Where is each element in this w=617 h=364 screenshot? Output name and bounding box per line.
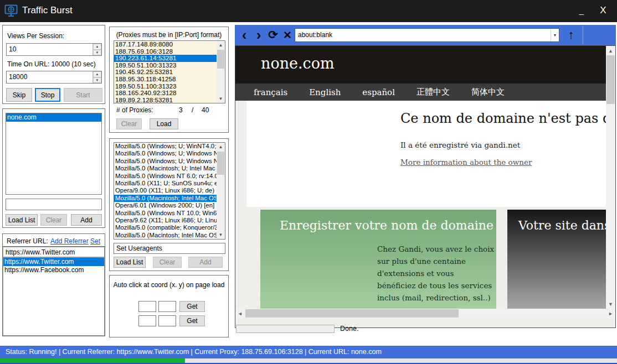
url-input[interactable]: [6, 199, 102, 210]
page-scroll-up-icon[interactable]: ▲: [606, 46, 615, 55]
go-icon[interactable]: ↑: [564, 27, 578, 43]
autoclick-x2-input[interactable]: [138, 315, 156, 326]
page-scroll-right-icon[interactable]: ►: [606, 309, 615, 318]
useragent-list-item[interactable]: Opera/9.00 (X11; Linux i686; U; de): [114, 187, 225, 194]
proxy-load-button[interactable]: Load: [150, 118, 178, 129]
autoclick-y1-input[interactable]: [158, 301, 176, 312]
start-button[interactable]: Start: [64, 88, 102, 102]
url-list[interactable]: none.com: [6, 113, 102, 195]
url-list-item[interactable]: none.com: [6, 113, 101, 122]
useragent-list-item[interactable]: Mozilla/5.0 (Macintosh; Intel Mac OS X: [114, 195, 225, 202]
useragent-list-item[interactable]: Mozilla/5.0 (Windows; U; Windows NT: [114, 150, 225, 157]
minimize-button[interactable]: _: [575, 3, 588, 18]
proxy-count-label: # of Proxies:: [116, 106, 153, 114]
useragent-list-item[interactable]: Mozilla/5.0 (Windows; U; Windows NT: [114, 158, 225, 165]
time-on-url-value: 18000: [9, 73, 27, 81]
proxy-list[interactable]: 187.17.148.89:8080188.75.69.106:3128190.…: [114, 40, 225, 103]
stop-button[interactable]: Stop: [35, 88, 60, 102]
proxy-list-item[interactable]: 189.50.51.100:31323: [114, 83, 225, 90]
page-scroll-left-icon[interactable]: ◄: [235, 309, 245, 318]
url-add-button[interactable]: Add: [71, 214, 102, 226]
browser-frame: none.com françaisEnglishespañol正體中文简体中文 …: [235, 45, 616, 328]
page-scroll-down-icon[interactable]: ▼: [606, 299, 615, 309]
referrer-list[interactable]: https://www.Twitter.comhttps://www.Faceb…: [3, 257, 105, 336]
views-spin-down-icon[interactable]: ▼: [93, 50, 101, 56]
useragent-list-item[interactable]: Mozilla/5.0 (Macintosh; Intel Mac OS X: [114, 232, 225, 239]
session-progress-fill: [0, 358, 185, 363]
url-clear-button[interactable]: Clear: [40, 214, 67, 226]
language-link[interactable]: español: [362, 87, 395, 97]
close-button[interactable]: X: [596, 3, 610, 18]
useragent-list-item[interactable]: Opera/9.62 (X11; Linux i686; U; Linux: [114, 217, 225, 224]
nav-divider: [583, 26, 583, 44]
proxy-scroll-up-icon[interactable]: ▲: [217, 41, 225, 49]
proxy-list-item[interactable]: 189.89.2.128:53281: [114, 97, 225, 103]
autoclick-x1-input[interactable]: [138, 301, 156, 312]
proxy-clear-button[interactable]: Clear: [116, 118, 142, 129]
stop-icon[interactable]: ✕: [280, 27, 295, 43]
useragent-list-item[interactable]: Mozilla/5.0 (Macintosh; U; Intel Mac O: [114, 165, 225, 172]
useragent-add-button[interactable]: Add: [188, 257, 223, 268]
language-link[interactable]: 简体中文: [471, 87, 505, 97]
page-horizontal-scrollbar[interactable]: ◄ ►: [235, 309, 615, 318]
useragent-list-item[interactable]: Mozilla/5.0 (X11; U; SunOS sun4u; en: [114, 180, 225, 187]
views-per-session-value: 10: [9, 45, 16, 53]
domain-promo-box: Enregistrer votre nom de domaine Chez Ga…: [260, 210, 496, 309]
language-link[interactable]: 正體中文: [417, 87, 450, 97]
useragent-clear-button[interactable]: Clear: [153, 257, 182, 268]
set-referrer-link[interactable]: Set: [90, 237, 100, 245]
proxy-list-item[interactable]: 187.17.148.89:8080: [114, 41, 225, 48]
referrer-list-item[interactable]: https://www.Facebook.com: [3, 266, 104, 274]
useragent-list-item[interactable]: Mozilla/5.0 (compatible; Konqueror/3.1: [114, 224, 225, 231]
back-icon[interactable]: ‹: [237, 27, 251, 43]
refresh-icon[interactable]: ⟳: [266, 27, 280, 43]
useragent-input[interactable]: [114, 243, 225, 254]
views-spin-up-icon[interactable]: ▲: [93, 44, 101, 50]
owner-info-link[interactable]: More information about the owner: [400, 158, 532, 167]
page-vertical-scrollbar[interactable]: ▲ ▼: [606, 46, 615, 309]
time-spin-down-icon[interactable]: ▼: [93, 77, 101, 84]
proxy-list-item[interactable]: 188.165.240.92:3128: [114, 90, 225, 97]
useragent-scroll-down-icon[interactable]: ▼: [217, 231, 225, 239]
referrer-list-item[interactable]: https://www.Twitter.com: [3, 258, 104, 266]
useragent-scroll-thumb[interactable]: [217, 152, 224, 175]
proxy-list-item[interactable]: 190.223.61.14:53281: [114, 55, 225, 62]
proxy-list-item[interactable]: 189.50.51.100:31323: [114, 62, 225, 69]
useragent-list-item[interactable]: Mozilla/5.0 (Windows NT 10.0; Win64: [114, 210, 225, 217]
proxy-scroll-thumb[interactable]: [217, 50, 224, 69]
main-area: Views Per Session: 10 ▲ ▼ Time On URL: 1…: [0, 22, 617, 346]
proxy-scroll-down-icon[interactable]: ▼: [217, 95, 225, 103]
page-scroll-thumb[interactable]: [606, 55, 615, 104]
page-content-section: Ce nom de domaine n'est pas dis Il a été…: [246, 101, 606, 207]
useragent-load-list-button[interactable]: Load List: [114, 257, 146, 268]
url-address-box[interactable]: about:blank ▼: [295, 28, 559, 42]
language-link[interactable]: français: [254, 87, 287, 97]
views-per-session-input[interactable]: 10 ▲ ▼: [6, 43, 102, 56]
language-link[interactable]: English: [309, 87, 341, 97]
useragent-list-item[interactable]: Mozilla/5.0 (Windows NT 6.0; rv:14.0): [114, 173, 225, 180]
skip-button[interactable]: Skip: [6, 88, 32, 102]
proxy-list-item[interactable]: 188.75.69.106:3128: [114, 48, 225, 55]
page-heading: Ce nom de domaine n'est pas dis: [400, 111, 615, 126]
referrer-input[interactable]: [3, 247, 105, 257]
time-spin-up-icon[interactable]: ▲: [93, 71, 101, 77]
autoclick-get2-button[interactable]: Get: [179, 315, 205, 326]
proxy-list-item[interactable]: 190.45.92.25:53281: [114, 69, 225, 76]
forward-icon[interactable]: ›: [251, 27, 266, 43]
useragent-list-item[interactable]: Mozilla/5.0 (Windows; U; WinNT4.0; en: [114, 143, 225, 150]
time-on-url-input[interactable]: 18000 ▲ ▼: [6, 71, 102, 84]
url-load-list-button[interactable]: Load List: [6, 214, 38, 226]
page-hscroll-thumb[interactable]: [245, 309, 459, 318]
page-header: none.com: [235, 46, 606, 84]
useragent-list-item[interactable]: Opera/6.01 (Windows 2000; U) [en]: [114, 202, 225, 209]
useragent-scrollbar[interactable]: ▲ ▼: [217, 143, 225, 239]
status-bar: Status: Running! | Current Referrer: htt…: [0, 346, 617, 358]
autoclick-get1-button[interactable]: Get: [179, 301, 205, 312]
autoclick-y2-input[interactable]: [158, 315, 176, 326]
proxy-list-item[interactable]: 188.95.30.118:41258: [114, 76, 225, 83]
add-referrer-link[interactable]: Add Referrer: [50, 237, 89, 245]
url-dropdown-icon[interactable]: ▼: [551, 29, 559, 41]
proxy-scrollbar[interactable]: ▲ ▼: [217, 41, 225, 103]
useragent-list[interactable]: Mozilla/5.0 (Windows; U; WinNT4.0; enMoz…: [114, 142, 225, 240]
useragent-scroll-up-icon[interactable]: ▲: [217, 143, 225, 151]
